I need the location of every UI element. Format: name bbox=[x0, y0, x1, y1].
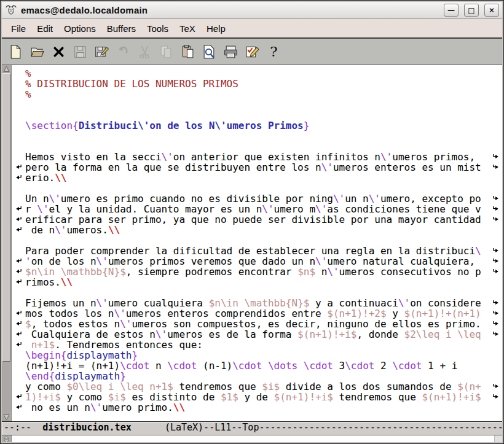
right-margin bbox=[492, 68, 502, 79]
minibuffer-scrollbar-stub[interactable] bbox=[2, 435, 12, 443]
window-title: emacs@dedalo.localdomain bbox=[21, 5, 438, 15]
left-margin bbox=[12, 381, 25, 392]
line-text: (n+1)!+i = (n+1)\cdot n \cdot (n-1)\cdot… bbox=[25, 360, 492, 371]
line-text: de n\'umeros.\\ bbox=[25, 225, 492, 235]
line-text: \end{displaymath} bbox=[25, 371, 492, 381]
left-margin bbox=[12, 68, 25, 79]
left-margin bbox=[12, 120, 25, 131]
editor-line bbox=[12, 235, 502, 246]
save-as-icon bbox=[94, 44, 109, 60]
line-wrap-icon bbox=[492, 329, 502, 340]
close-button[interactable]: ✕ bbox=[484, 4, 499, 17]
left-margin bbox=[12, 79, 25, 89]
line-text: y como $0\leq i \leq n+1$ tendremos que … bbox=[25, 381, 492, 392]
menu-item-tools[interactable]: Tools bbox=[141, 21, 174, 36]
editor-line bbox=[12, 287, 502, 298]
mode-line[interactable]: --:-- distribucion.tex (LaTeX)--L11--Top… bbox=[2, 421, 502, 435]
open-file-icon bbox=[30, 44, 45, 60]
modeline-filler: ----------------------------------------… bbox=[259, 422, 502, 433]
line-text: Para poder comprender la dificultad de e… bbox=[25, 246, 492, 256]
search-icon bbox=[202, 44, 217, 60]
scroll-up-arrow-icon[interactable] bbox=[2, 65, 10, 73]
menu-item-file[interactable]: File bbox=[6, 21, 31, 36]
line-text: erio.\\ bbox=[25, 173, 492, 183]
editor-line: Cualquiera de estos n\'umeros es de la f… bbox=[12, 329, 502, 340]
scroll-down-arrow-icon[interactable] bbox=[2, 413, 10, 421]
menu-item-options[interactable]: Options bbox=[58, 21, 101, 36]
modeline-prefix: --:-- bbox=[4, 422, 42, 433]
right-margin bbox=[492, 360, 502, 371]
echo-area-right-stub bbox=[494, 435, 502, 443]
line-text: % bbox=[25, 89, 492, 99]
left-margin bbox=[12, 360, 25, 371]
right-margin bbox=[492, 371, 502, 381]
right-margin bbox=[492, 183, 502, 193]
line-text: no es un n\'umero primo.\\ bbox=[25, 402, 492, 413]
editor-line bbox=[12, 131, 502, 141]
menu-item-help[interactable]: Help bbox=[201, 21, 231, 36]
right-margin bbox=[492, 287, 502, 298]
line-text bbox=[25, 235, 492, 246]
save-button[interactable] bbox=[71, 43, 89, 60]
menu-item-edit[interactable]: Edit bbox=[31, 21, 58, 36]
line-wrap-icon bbox=[492, 392, 502, 402]
paste-button[interactable] bbox=[179, 43, 196, 60]
left-margin bbox=[12, 371, 25, 381]
line-continuation-icon bbox=[12, 392, 25, 402]
save-as-button[interactable] bbox=[93, 43, 110, 60]
editor-line: mos todos los n\'umeros enteros comprend… bbox=[12, 308, 502, 319]
minimize-button[interactable]: — bbox=[444, 4, 459, 17]
line-text bbox=[25, 141, 492, 152]
right-margin bbox=[492, 225, 502, 235]
undo-button[interactable] bbox=[114, 43, 132, 60]
right-margin bbox=[492, 235, 502, 246]
line-text: $n\in \mathbb{N}$, siempre podremos enco… bbox=[25, 267, 492, 277]
line-text: \begin{displaymath} bbox=[25, 350, 492, 360]
scrollbar-thumb[interactable] bbox=[2, 73, 10, 362]
line-continuation-icon bbox=[12, 277, 25, 287]
menu-item-buffers[interactable]: Buffers bbox=[101, 21, 141, 36]
line-wrap-icon bbox=[492, 204, 502, 214]
customize-button[interactable] bbox=[243, 43, 261, 60]
minibuffer[interactable] bbox=[12, 435, 494, 443]
left-margin bbox=[12, 141, 25, 152]
editor-line: \section{Distribuci\'on de los N\'umeros… bbox=[12, 120, 502, 131]
editor-line: pero la forma en la que se distribuyen e… bbox=[12, 162, 502, 173]
editor-line: \begin{displaymath} bbox=[12, 350, 502, 360]
line-continuation-icon bbox=[12, 340, 25, 350]
print-button[interactable] bbox=[222, 43, 239, 60]
maximize-button[interactable]: □ bbox=[464, 4, 479, 17]
line-text: pero la forma en la que se distribuyen e… bbox=[25, 162, 492, 173]
line-text: r \'el y la unidad. Cuanto mayor es un n… bbox=[25, 204, 492, 214]
emacs-frame: emacs@dedalo.localdomain — □ ✕ FileEditO… bbox=[1, 1, 503, 443]
line-continuation-icon bbox=[12, 173, 25, 183]
line-continuation-icon bbox=[12, 267, 25, 277]
close-buffer-button[interactable] bbox=[50, 43, 67, 60]
left-margin bbox=[12, 350, 25, 360]
editor-text[interactable]: %% DISTRIBUCION DE LOS NUMEROS PRIMOS%\s… bbox=[12, 65, 502, 421]
new-file-button[interactable] bbox=[7, 43, 24, 60]
cut-button[interactable] bbox=[136, 43, 153, 60]
menu-item-tex[interactable]: TeX bbox=[174, 21, 201, 36]
line-continuation-icon bbox=[12, 308, 25, 319]
editor-line: erificar para ser primo, ya que no puede… bbox=[12, 214, 502, 225]
undo-icon bbox=[116, 44, 131, 60]
help-icon: ? bbox=[266, 44, 282, 60]
help-button[interactable]: ? bbox=[265, 43, 282, 60]
main-area: %% DISTRIBUCION DE LOS NUMEROS PRIMOS%\s… bbox=[2, 65, 502, 421]
right-margin bbox=[492, 173, 502, 183]
menu-bar: FileEditOptionsBuffersToolsTeXHelp bbox=[2, 19, 502, 37]
echo-area bbox=[2, 435, 502, 443]
copy-button[interactable] bbox=[157, 43, 175, 60]
editor-line: $, todos estos n\'umeros son compuestos,… bbox=[12, 319, 502, 329]
left-margin bbox=[12, 246, 25, 256]
emacs-gnu-icon bbox=[5, 4, 17, 17]
vertical-scrollbar[interactable] bbox=[2, 65, 12, 421]
search-button[interactable] bbox=[200, 43, 218, 60]
line-text bbox=[25, 99, 492, 110]
open-file-button[interactable] bbox=[28, 43, 45, 60]
editor-line: n+1$. Tendremos entonces que: bbox=[12, 340, 502, 350]
paste-icon bbox=[180, 44, 195, 60]
editor-line bbox=[12, 99, 502, 110]
line-continuation-icon bbox=[12, 214, 25, 225]
